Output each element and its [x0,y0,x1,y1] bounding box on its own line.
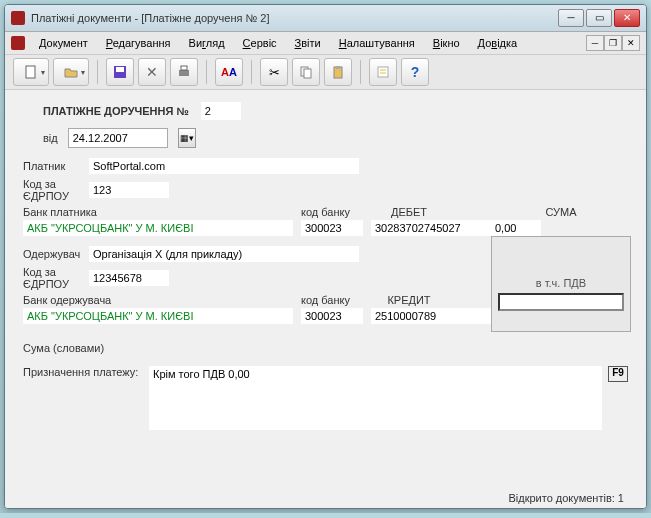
doc-icon [11,36,25,50]
vat-box: в т.ч. ПДВ [491,236,631,332]
recipient-bank-code-field[interactable] [301,308,363,324]
svg-rect-4 [181,66,187,70]
recipient-bank-label: Банк одержувача [23,294,293,306]
menu-help[interactable]: Довідка [470,35,526,51]
save-button[interactable] [106,58,134,86]
copy-button[interactable] [292,58,320,86]
form-button[interactable] [369,58,397,86]
credit-label: КРЕДИТ [369,294,449,306]
mdi-close-button[interactable]: ✕ [622,35,640,51]
payer-bank-field[interactable] [23,220,293,236]
date-picker-button[interactable]: ▦▾ [178,128,196,148]
title-bar: Платіжні документи - [Платіжне дорученя … [5,5,646,32]
mdi-restore-button[interactable]: ❐ [604,35,622,51]
sum-label: СУМА [491,206,631,218]
toolbar-separator [251,60,252,84]
payer-edrpou-field[interactable] [89,182,169,198]
bank-code-label: код банку [301,206,361,218]
app-window: Платіжні документи - [Платіжне дорученя … [4,4,647,509]
purpose-label: Призначення платежу: [23,366,143,378]
payer-field[interactable] [89,158,359,174]
debit-label: ДЕБЕТ [369,206,449,218]
recipient-account-field[interactable] [371,308,491,324]
close-button[interactable]: ✕ [614,9,640,27]
recipient-edrpou-field[interactable] [89,270,169,286]
form-heading: ПЛАТІЖНЕ ДОРУЧЕННЯ № [43,105,189,117]
sum-words-label: Сума (словами) [23,342,104,354]
menu-window[interactable]: Вікно [425,35,468,51]
payer-account-field[interactable] [371,220,491,236]
payer-label: Платник [23,160,83,172]
mdi-minimize-button[interactable]: ─ [586,35,604,51]
new-button[interactable] [13,58,49,86]
menu-reports[interactable]: Звіти [287,35,329,51]
maximize-button[interactable]: ▭ [586,9,612,27]
recipient-bank-field[interactable] [23,308,293,324]
vat-field[interactable] [498,293,624,311]
paste-button[interactable] [324,58,352,86]
menu-edit[interactable]: Редагування [98,35,179,51]
open-button[interactable] [53,58,89,86]
f9-button[interactable]: F9 [608,366,628,382]
delete-button[interactable]: ✕ [138,58,166,86]
vat-label: в т.ч. ПДВ [498,277,624,289]
toolbar: ✕ AA ✂ ? [5,55,646,90]
status-bar: Відкрито документів: 1 [508,492,624,504]
print-button[interactable] [170,58,198,86]
payer-bank-label: Банк платника [23,206,293,218]
date-field[interactable]: 24.12.2007 [68,128,168,148]
sum-field[interactable] [491,220,541,236]
form-area: ПЛАТІЖНЕ ДОРУЧЕННЯ № від 24.12.2007 ▦▾ П… [5,90,646,508]
cut-button[interactable]: ✂ [260,58,288,86]
font-button[interactable]: AA [215,58,243,86]
svg-rect-2 [116,67,124,72]
help-button[interactable]: ? [401,58,429,86]
recipient-edrpou-label: Код заЄДРПОУ [23,266,83,290]
svg-rect-9 [378,67,388,77]
minimize-button[interactable]: ─ [558,9,584,27]
window-title: Платіжні документи - [Платіжне дорученя … [31,12,552,24]
menu-bar: Документ Редагування Вигляд Сервіс Звіти… [5,32,646,55]
payer-bank-code-field[interactable] [301,220,363,236]
toolbar-separator [360,60,361,84]
svg-rect-6 [304,69,311,78]
menu-document[interactable]: Документ [31,35,96,51]
svg-rect-3 [179,70,189,76]
svg-rect-8 [336,66,340,69]
doc-number-field[interactable] [201,102,241,120]
svg-rect-0 [26,66,35,78]
toolbar-separator [97,60,98,84]
payer-edrpou-label: Код заЄДРПОУ [23,178,83,202]
purpose-field[interactable]: Крім того ПДВ 0,00 [149,366,602,430]
toolbar-separator [206,60,207,84]
bank-code-label-2: код банку [301,294,361,306]
date-label: від [43,132,58,144]
app-icon [11,11,25,25]
recipient-field[interactable] [89,246,359,262]
recipient-label: Одержувач [23,248,83,260]
menu-service[interactable]: Сервіс [235,35,285,51]
menu-settings[interactable]: Налаштування [331,35,423,51]
menu-view[interactable]: Вигляд [181,35,233,51]
